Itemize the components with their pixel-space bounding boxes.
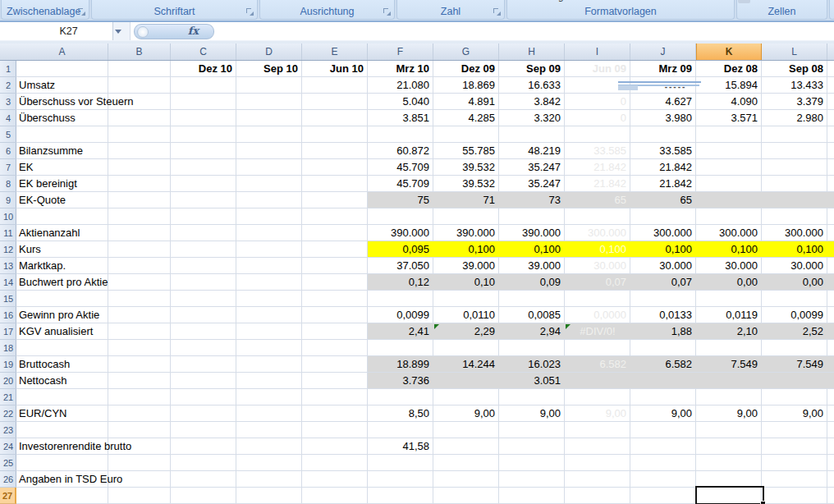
cell-H22[interactable]: 9,00: [499, 405, 565, 422]
cell-G2[interactable]: 18.869: [433, 77, 499, 94]
cell-A6[interactable]: Bilanzsumme: [16, 143, 230, 159]
cell-A9[interactable]: EK-Quote: [16, 192, 230, 208]
cell-I14[interactable]: 0,07: [565, 274, 630, 291]
cell-L17[interactable]: 2,52: [762, 323, 827, 340]
row-header-14[interactable]: 14: [0, 274, 16, 291]
column-header-d[interactable]: D: [236, 44, 302, 60]
column-header-c[interactable]: C: [171, 44, 236, 60]
cell-G17[interactable]: 2,29: [433, 323, 499, 340]
cell-F24[interactable]: 41,58: [368, 438, 433, 455]
cell-I7[interactable]: 21.842: [565, 159, 630, 176]
row-header-18[interactable]: 18: [0, 340, 16, 356]
cell-G22[interactable]: 9,00: [433, 405, 499, 422]
dialog-launcher-icon[interactable]: [77, 7, 85, 16]
cell-L16[interactable]: 0,0099: [762, 307, 827, 323]
row-header-13[interactable]: 13: [0, 258, 16, 274]
row-header-4[interactable]: 4: [0, 110, 16, 126]
row-header-7[interactable]: 7: [0, 159, 16, 176]
cell-A3[interactable]: Überschuss vor Steuern: [16, 94, 230, 110]
cell-E1[interactable]: Jun 10: [302, 61, 368, 77]
cell-G12[interactable]: 0,100: [433, 241, 499, 258]
cell-I1[interactable]: Jun 09: [565, 61, 630, 77]
cell-F1[interactable]: Mrz 10: [368, 61, 433, 77]
cell-F8[interactable]: 45.709: [368, 176, 433, 192]
column-header-f[interactable]: F: [368, 44, 433, 60]
column-header-g[interactable]: G: [433, 44, 499, 60]
cell-A14[interactable]: Buchwert pro Aktie: [16, 274, 230, 291]
cell-K2[interactable]: 15.894: [696, 77, 762, 94]
cell-K4[interactable]: 3.571: [696, 110, 762, 126]
cell-L4[interactable]: 2.980: [762, 110, 827, 126]
row-header-8[interactable]: 8: [0, 176, 16, 192]
cell-F13[interactable]: 37.050: [368, 258, 433, 274]
column-header-b[interactable]: B: [108, 44, 171, 60]
cell-F20[interactable]: 3.736: [368, 373, 433, 389]
cell-J14[interactable]: 0,07: [630, 274, 696, 291]
cell-L2[interactable]: 13.433: [762, 77, 827, 94]
row-header-16[interactable]: 16: [0, 307, 16, 323]
cell-H16[interactable]: 0,0085: [499, 307, 565, 323]
cell-H12[interactable]: 0,100: [499, 241, 565, 258]
cell-H2[interactable]: 16.633: [499, 77, 565, 94]
row-header-11[interactable]: 11: [0, 225, 16, 241]
cell-K12[interactable]: 0,100: [696, 241, 762, 258]
cell-H11[interactable]: 390.000: [499, 225, 565, 241]
cell-H19[interactable]: 16.023: [499, 356, 565, 373]
cell-H13[interactable]: 39.000: [499, 258, 565, 274]
cell-A8[interactable]: EK bereinigt: [16, 176, 230, 192]
cell-L11[interactable]: 300.000: [762, 225, 827, 241]
cell-H9[interactable]: 73: [499, 192, 565, 208]
cell-D1[interactable]: Sep 10: [236, 61, 302, 77]
cell-I6[interactable]: 33.585: [565, 143, 630, 159]
cell-F6[interactable]: 60.872: [368, 143, 433, 159]
cell-H17[interactable]: 2,94: [499, 323, 565, 340]
insert-function-button[interactable]: fx: [134, 24, 214, 39]
cell-K13[interactable]: 30.000: [696, 258, 762, 274]
row-header-9[interactable]: 9: [0, 192, 16, 208]
cell-F2[interactable]: 21.080: [368, 77, 433, 94]
cell-F9[interactable]: 75: [368, 192, 433, 208]
column-header-a[interactable]: A: [16, 44, 108, 60]
cell-I22[interactable]: 9,00: [565, 405, 630, 422]
row-header-19[interactable]: 19: [0, 356, 16, 373]
cell-I4[interactable]: 0: [565, 110, 630, 126]
cell-J7[interactable]: 21.842: [630, 159, 696, 176]
cell-G4[interactable]: 4.285: [433, 110, 499, 126]
row-header-5[interactable]: 5: [0, 126, 16, 143]
cell-G3[interactable]: 4.891: [433, 94, 499, 110]
cell-J16[interactable]: 0,0133: [630, 307, 696, 323]
row-header-15[interactable]: 15: [0, 291, 16, 307]
cell-A20[interactable]: Nettocash: [16, 373, 230, 389]
row-header-3[interactable]: 3: [0, 94, 16, 110]
row-header-23[interactable]: 23: [0, 422, 16, 438]
cell-G6[interactable]: 55.785: [433, 143, 499, 159]
cell-J9[interactable]: 65: [630, 192, 696, 208]
cell-A11[interactable]: Aktienanzahl: [16, 225, 230, 241]
cell-I12[interactable]: 0,100: [565, 241, 630, 258]
cell-H3[interactable]: 3.842: [499, 94, 565, 110]
row-header-25[interactable]: 25: [0, 455, 16, 471]
cell-A13[interactable]: Marktkap.: [16, 258, 230, 274]
cell-G13[interactable]: 39.000: [433, 258, 499, 274]
cell-H7[interactable]: 35.247: [499, 159, 565, 176]
fill-handle[interactable]: [760, 501, 766, 504]
cell-K1[interactable]: Dez 08: [696, 61, 762, 77]
row-header-22[interactable]: 22: [0, 405, 16, 422]
cell-I17[interactable]: #DIV/0!: [565, 323, 630, 340]
cell-I3[interactable]: 0: [565, 94, 630, 110]
cell-F17[interactable]: 2,41: [368, 323, 433, 340]
cell-G11[interactable]: 390.000: [433, 225, 499, 241]
cell-G1[interactable]: Dez 09: [433, 61, 499, 77]
column-header-j[interactable]: J: [630, 44, 696, 60]
cell-L1[interactable]: Sep 08: [762, 61, 827, 77]
cell-K14[interactable]: 0,00: [696, 274, 762, 291]
cell-A24[interactable]: Investorenrendite brutto: [16, 438, 230, 455]
dialog-launcher-icon[interactable]: [493, 7, 501, 16]
cell-A2[interactable]: Umsatz: [16, 77, 230, 94]
cell-J13[interactable]: 30.000: [630, 258, 696, 274]
cell-I13[interactable]: 30.000: [565, 258, 630, 274]
name-box[interactable]: K27: [0, 22, 113, 40]
cell-J3[interactable]: 4.627: [630, 94, 696, 110]
cell-G7[interactable]: 39.532: [433, 159, 499, 176]
cell-L22[interactable]: 9,00: [762, 405, 827, 422]
